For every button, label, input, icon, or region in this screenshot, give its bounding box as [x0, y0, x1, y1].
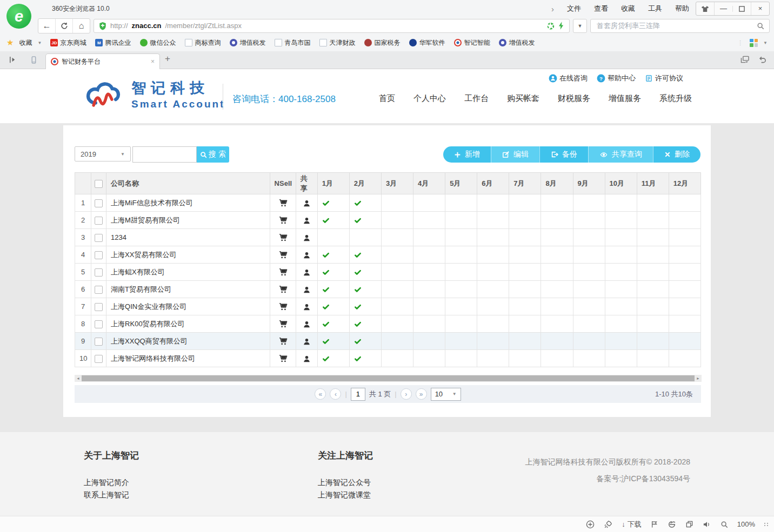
- bookmark-item-0[interactable]: JD京东商城: [50, 38, 86, 48]
- apps-grid-dropdown-icon[interactable]: ▼: [763, 41, 768, 45]
- next-page-button[interactable]: ›: [401, 388, 412, 400]
- row-checkbox[interactable]: [95, 217, 103, 225]
- nav-item-1[interactable]: 个人中心: [413, 93, 446, 104]
- row-checkbox[interactable]: [95, 251, 103, 259]
- menu-item-2[interactable]: 收藏: [621, 4, 635, 14]
- menu-item-4[interactable]: 帮助: [675, 4, 689, 14]
- footer-follow-link-0[interactable]: 上海智记公众号: [318, 476, 373, 489]
- menu-item-3[interactable]: 工具: [648, 4, 662, 14]
- tab-close-icon[interactable]: ×: [151, 58, 155, 65]
- bookmark-item-8[interactable]: 华军软件: [409, 38, 445, 48]
- footer-follow-link-1[interactable]: 上海智记微课堂: [318, 489, 373, 501]
- nsell-cell[interactable]: [270, 281, 296, 298]
- bookmark-item-5[interactable]: 青岛市国: [275, 38, 310, 48]
- bookmark-overflow-icon[interactable]: ⋮: [737, 39, 744, 46]
- action-backup-button[interactable]: 备份: [539, 146, 588, 163]
- download-button[interactable]: ↓下载: [622, 520, 642, 529]
- speed-icon[interactable]: [586, 520, 595, 529]
- bookmark-item-9[interactable]: 智记智能: [454, 38, 490, 48]
- favorites-label[interactable]: 收藏: [19, 38, 32, 48]
- address-bar[interactable]: http://znacc.cn/member/ztgl/ZtList.aspx: [94, 19, 570, 33]
- row-checkbox[interactable]: [95, 268, 103, 277]
- row-checkbox[interactable]: [95, 199, 103, 207]
- share-cell[interactable]: [296, 246, 317, 264]
- first-page-button[interactable]: «: [315, 388, 326, 400]
- skin-icon[interactable]: [696, 5, 714, 12]
- nav-item-6[interactable]: 系统升级: [659, 93, 692, 104]
- bookmark-item-1[interactable]: M腾讯企业: [95, 38, 131, 48]
- zoom-icon[interactable]: [720, 521, 728, 528]
- close-button[interactable]: ×: [751, 2, 769, 15]
- ie-mode-icon[interactable]: [668, 520, 676, 529]
- nav-item-5[interactable]: 增值服务: [609, 93, 641, 104]
- site-logo[interactable]: 智记科技 Smart Account: [84, 78, 225, 110]
- page-size-select[interactable]: 10 ▼: [431, 388, 461, 401]
- nsell-cell[interactable]: [270, 264, 296, 281]
- nav-item-4[interactable]: 财税服务: [558, 93, 590, 104]
- mobile-icon[interactable]: [30, 56, 38, 64]
- share-cell[interactable]: [296, 298, 317, 315]
- nsell-cell[interactable]: [270, 315, 296, 333]
- nsell-cell[interactable]: [270, 333, 296, 350]
- top-link-2[interactable]: 许可协议: [645, 73, 683, 83]
- bookmark-item-4[interactable]: 增值税发: [230, 38, 265, 48]
- scroll-right-icon[interactable]: ►: [695, 376, 702, 380]
- bookmark-item-2[interactable]: 微信公众: [140, 38, 176, 48]
- scrollbar-thumb[interactable]: [82, 375, 695, 381]
- ad-filter-icon[interactable]: [547, 22, 555, 30]
- speaker-icon[interactable]: [703, 521, 711, 528]
- page-number-input[interactable]: [351, 388, 365, 401]
- select-all-checkbox[interactable]: [95, 180, 103, 188]
- side-panel-icon[interactable]: [9, 56, 17, 64]
- row-checkbox[interactable]: [95, 320, 103, 328]
- zoom-level[interactable]: 100%: [737, 520, 755, 528]
- refresh-icon[interactable]: [55, 19, 72, 33]
- row-checkbox[interactable]: [95, 286, 103, 294]
- browser-search-input[interactable]: [596, 21, 753, 30]
- action-plus-button[interactable]: 新增: [443, 146, 491, 163]
- row-checkbox[interactable]: [95, 303, 103, 311]
- maximize-button[interactable]: [732, 6, 751, 12]
- menubar-collapse-icon[interactable]: ›: [551, 4, 554, 14]
- search-icon[interactable]: [757, 22, 764, 30]
- nsell-cell[interactable]: [270, 194, 296, 212]
- apps-grid-icon[interactable]: [750, 39, 758, 47]
- speed-mode-icon[interactable]: [558, 22, 564, 30]
- share-cell[interactable]: [296, 350, 317, 367]
- favorites-dropdown-icon[interactable]: ▼: [37, 41, 42, 45]
- nsell-cell[interactable]: [270, 229, 296, 246]
- row-checkbox[interactable]: [95, 355, 103, 363]
- share-cell[interactable]: [296, 281, 317, 298]
- reopen-closed-tab-icon[interactable]: [758, 56, 766, 64]
- scroll-left-icon[interactable]: ◄: [75, 376, 82, 380]
- resize-grip[interactable]: [764, 523, 769, 526]
- favorites-star-icon[interactable]: ★: [6, 38, 14, 48]
- flag-icon[interactable]: [651, 520, 658, 528]
- minimize-button[interactable]: —: [714, 2, 732, 15]
- search-button[interactable]: 搜 索: [197, 146, 229, 163]
- nav-item-2[interactable]: 工作台: [464, 93, 489, 104]
- share-cell[interactable]: [296, 264, 317, 281]
- row-checkbox[interactable]: [95, 338, 103, 346]
- nsell-cell[interactable]: [270, 298, 296, 315]
- url-dropdown-icon[interactable]: ▼: [573, 19, 587, 33]
- share-cell[interactable]: [296, 194, 317, 212]
- menu-item-0[interactable]: 文件: [567, 4, 581, 14]
- action-edit-button[interactable]: 编辑: [491, 146, 539, 163]
- share-cell[interactable]: [296, 333, 317, 350]
- share-cell[interactable]: [296, 212, 317, 229]
- horizontal-scrollbar[interactable]: ◄ ►: [75, 375, 702, 382]
- bookmark-item-10[interactable]: 增值税发: [499, 38, 535, 48]
- new-tab-icon[interactable]: +: [165, 53, 170, 64]
- prev-page-button[interactable]: ‹: [330, 388, 341, 400]
- tab-active[interactable]: 智记财务平台 ×: [45, 53, 160, 69]
- company-search-input[interactable]: [132, 146, 197, 163]
- menu-item-1[interactable]: 查看: [594, 4, 608, 14]
- rocket-icon[interactable]: [604, 520, 612, 529]
- bookmark-item-3[interactable]: 商标查询: [185, 38, 221, 48]
- tab-list-icon[interactable]: [740, 56, 750, 64]
- top-link-0[interactable]: 在线咨询: [549, 73, 588, 83]
- site-shield-icon[interactable]: [99, 22, 106, 30]
- nav-item-0[interactable]: 首页: [379, 93, 395, 104]
- nsell-cell[interactable]: [270, 212, 296, 229]
